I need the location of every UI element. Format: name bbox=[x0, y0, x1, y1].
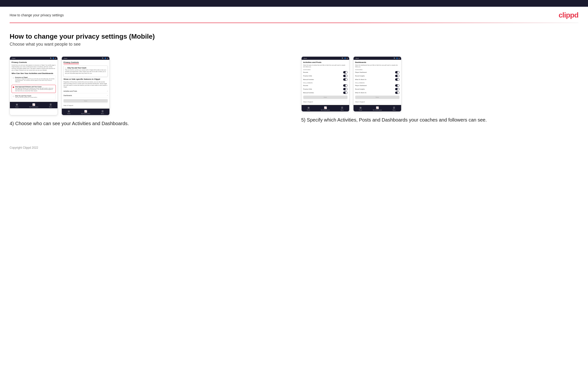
screen4: ‹ Back 🔍 👤 ⚙ Dashboards Select the dashb… bbox=[353, 57, 401, 112]
chevron-dashboards: › bbox=[107, 94, 108, 97]
nav-menu2[interactable]: ☰ Menu bbox=[101, 110, 104, 114]
toggle-f-playerdash: Player Dashboard bbox=[355, 84, 399, 87]
nav-performance3[interactable]: 📈 My Performance bbox=[321, 106, 330, 111]
caption4: 4) Choose who can see your Activities an… bbox=[10, 120, 287, 127]
popup-box: Only You and Your Coach Only you and the… bbox=[63, 66, 108, 77]
option-youcoach-desc: Only you and the coaches you connect wit… bbox=[15, 97, 37, 98]
settings-icon3[interactable]: ⚙ bbox=[346, 57, 348, 59]
right-group: ‹ Back 🔍 👤 ⚙ Activities and Posts Select… bbox=[301, 57, 579, 127]
settings-icon4[interactable]: ⚙ bbox=[398, 57, 400, 59]
screen1-body: Privacy Controls Control how you and you… bbox=[10, 60, 58, 102]
screen1-bottom-nav: ⊞ Home 📈 My Performance ☰ Menu bbox=[10, 102, 58, 108]
radio-everyone[interactable] bbox=[13, 77, 14, 79]
search-icon[interactable]: 🔍 bbox=[50, 57, 52, 59]
breadcrumb: How to change your privacy settings bbox=[10, 13, 64, 17]
caption5-text: 5) Specify which Activities, Posts and D… bbox=[301, 117, 487, 123]
c-playerdash-toggle[interactable] bbox=[395, 71, 399, 74]
toggle-followers-manual: Manual Activities bbox=[303, 91, 347, 94]
person-icon[interactable]: 👤 bbox=[52, 57, 54, 59]
followers-manual-toggle[interactable] bbox=[343, 92, 347, 94]
nav-home4[interactable]: ⊞ Home bbox=[359, 106, 362, 111]
screen1: ‹ Back 🔍 👤 ⚙ Privacy Controls Control ho… bbox=[10, 57, 58, 115]
nav-menu3[interactable]: ☰ Menu bbox=[341, 106, 344, 111]
screen3-help: Help & Support bbox=[303, 100, 347, 103]
nav-home2-label: Home bbox=[67, 113, 70, 114]
nav-menu[interactable]: ☰ Menu bbox=[49, 103, 52, 108]
search-icon3[interactable]: 🔍 bbox=[342, 57, 343, 59]
screen4-bottom-nav: ⊞ Home 📈 My Performance ☰ Menu bbox=[354, 105, 401, 111]
logo: clippd bbox=[559, 11, 578, 19]
copyright-text: Copyright Clippd 2022 bbox=[10, 146, 38, 149]
screen4-save[interactable]: Save bbox=[355, 96, 399, 99]
screen4-body: Dashboards Select the dashboards that yo… bbox=[354, 60, 401, 105]
settings-icon[interactable]: ⚙ bbox=[55, 57, 56, 59]
search-icon4[interactable]: 🔍 bbox=[394, 57, 395, 59]
menu-icon2: ☰ bbox=[102, 110, 104, 113]
toggle-c-whattowork: What To Work On bbox=[355, 78, 399, 81]
nav-home[interactable]: ⊞ Home bbox=[15, 103, 18, 108]
nav-home-label: Home bbox=[15, 106, 18, 108]
screen4-back[interactable]: ‹ Back bbox=[355, 58, 359, 59]
f-playerdash-toggle[interactable] bbox=[395, 84, 399, 87]
screen3-desc: Select the types of activity that you'd … bbox=[303, 64, 347, 68]
coaches-manual-label: Manual Activities bbox=[303, 79, 314, 80]
toggle-coaches-rounds: Rounds bbox=[303, 71, 347, 74]
search-icon2[interactable]: 🔍 bbox=[102, 57, 104, 59]
person-icon2[interactable]: 👤 bbox=[104, 57, 106, 59]
nav-home2[interactable]: ⊞ Home bbox=[67, 110, 70, 114]
screen2-tab[interactable]: Privacy Controls bbox=[63, 61, 79, 64]
nav-menu3-label: Menu bbox=[341, 109, 344, 111]
screen4-topbar: ‹ Back 🔍 👤 ⚙ bbox=[354, 57, 401, 60]
screen3-back[interactable]: ‹ Back bbox=[303, 58, 307, 59]
nav-performance[interactable]: 📈 My Performance bbox=[29, 103, 38, 108]
menu-dashboards[interactable]: Dashboards › bbox=[63, 93, 108, 98]
c-whattowork-toggle[interactable] bbox=[395, 78, 399, 81]
followers-drills-toggle[interactable] bbox=[343, 88, 347, 90]
coaches-rounds-toggle[interactable] bbox=[343, 71, 347, 74]
nav-menu4[interactable]: ☰ Menu bbox=[392, 106, 396, 111]
settings-icon2[interactable]: ⚙ bbox=[107, 57, 108, 59]
menu-dashboards-label: Dashboards bbox=[63, 95, 72, 96]
coaches-manual-toggle[interactable] bbox=[343, 78, 347, 81]
f-whattowork-toggle[interactable] bbox=[395, 92, 399, 94]
menu-activities[interactable]: Activities and Posts › bbox=[63, 89, 108, 93]
c-whattowork-label: What To Work On bbox=[355, 79, 366, 80]
screen2-save[interactable]: Save bbox=[63, 99, 108, 103]
radio-popup bbox=[65, 67, 66, 69]
screen2-back[interactable]: ‹ Back bbox=[63, 58, 67, 59]
c-roundinsights-toggle[interactable] bbox=[395, 75, 399, 77]
screen2-topbar: ‹ Back 🔍 👤 ⚙ bbox=[62, 57, 109, 60]
option-everyone[interactable]: Everyone on Clippd Everyone on Clippd ca… bbox=[12, 75, 56, 84]
screen1-back[interactable]: ‹ Back bbox=[11, 58, 15, 59]
radio-youcoach[interactable] bbox=[13, 96, 14, 97]
coaches-rounds-label: Rounds bbox=[303, 72, 308, 73]
coaches-drills-toggle[interactable] bbox=[343, 75, 347, 77]
screen3-save[interactable]: Save bbox=[303, 96, 347, 99]
screen1-desc: Control how you and your data appears to… bbox=[12, 64, 56, 71]
main-content: How to change your privacy settings (Mob… bbox=[0, 23, 588, 141]
nav-performance2[interactable]: 📈 My Performance bbox=[81, 110, 90, 114]
option-youcoach[interactable]: Only You and Your Coach Only you and the… bbox=[12, 94, 56, 100]
followers-label4: FOLLOWERS bbox=[355, 82, 399, 83]
person-icon3[interactable]: 👤 bbox=[344, 57, 346, 59]
option-approved[interactable]: Only Approved Followers and Your Coach O… bbox=[12, 85, 56, 93]
toggle-f-roundinsights: Round Insights bbox=[355, 88, 399, 91]
right-screens: ‹ Back 🔍 👤 ⚙ Activities and Posts Select… bbox=[301, 57, 579, 112]
nav-performance4[interactable]: 📈 My Performance bbox=[373, 106, 382, 111]
radio-approved[interactable] bbox=[13, 86, 14, 88]
nav-menu-label: Menu bbox=[49, 106, 52, 108]
f-roundinsights-toggle[interactable] bbox=[395, 88, 399, 90]
coaches-label: COACHES bbox=[303, 69, 347, 70]
page-subheading: Choose what you want people to see bbox=[10, 42, 578, 47]
nav-performance2-label: My Performance bbox=[81, 113, 90, 114]
screen4-title: Dashboards bbox=[355, 61, 399, 63]
option-youcoach-label: Only You and Your Coach bbox=[15, 95, 37, 97]
followers-rounds-toggle[interactable] bbox=[343, 84, 347, 87]
header: How to change your privacy settings clip… bbox=[0, 7, 588, 23]
toggle-coaches-manual: Manual Activities bbox=[303, 78, 347, 81]
nav-home3[interactable]: ⊞ Home bbox=[307, 106, 310, 111]
person-icon4[interactable]: 👤 bbox=[396, 57, 398, 59]
screen1-topbar: ‹ Back 🔍 👤 ⚙ bbox=[10, 57, 58, 60]
screen3-topbar: ‹ Back 🔍 👤 ⚙ bbox=[302, 57, 349, 60]
f-playerdash-label: Player Dashboard bbox=[355, 85, 367, 86]
